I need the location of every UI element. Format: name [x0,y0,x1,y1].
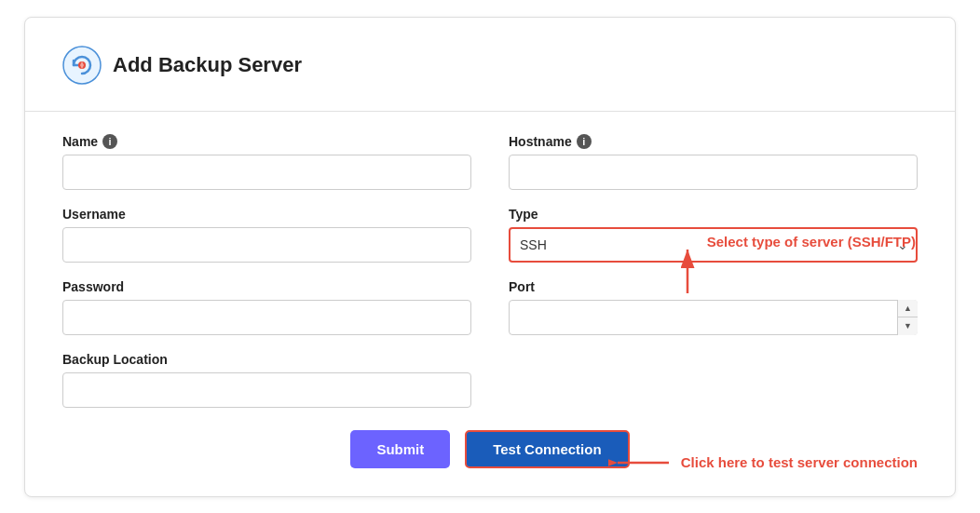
backup-server-icon [62,46,102,85]
name-field-group: Name i [62,134,471,190]
form-grid: Name i Hostname i Username Type [62,134,918,408]
password-label: Password [62,279,471,294]
connection-annotation-text: Click here to test server connection [681,454,918,470]
header-divider [25,111,955,112]
password-input[interactable] [62,300,471,335]
submit-button[interactable]: Submit [350,430,450,468]
add-backup-server-card: Add Backup Server Name i Hostname i User… [24,17,956,497]
username-field-group: Username [62,207,471,263]
name-label: Name i [62,134,471,149]
password-field-group: Password [62,279,471,335]
backup-location-label: Backup Location [62,352,471,367]
hostname-field-group: Hostname i [509,134,918,190]
hostname-label: Hostname i [509,134,918,149]
type-select-wrapper: SSH FTP ⌄ [509,227,918,263]
name-info-icon[interactable]: i [102,134,117,149]
username-input[interactable] [62,227,471,263]
page-title: Add Backup Server [113,53,302,77]
port-decrement-button[interactable]: ▼ [898,317,918,335]
port-input[interactable] [509,300,918,335]
username-label: Username [62,207,471,222]
backup-location-input[interactable] [62,372,471,408]
port-input-wrapper: ▲ ▼ [509,300,918,335]
type-label: Type [509,207,918,222]
hostname-input[interactable] [509,155,918,190]
port-increment-button[interactable]: ▲ [898,300,918,318]
card-header: Add Backup Server [62,46,918,85]
hostname-info-icon[interactable]: i [577,134,592,149]
type-select[interactable]: SSH FTP [509,227,918,263]
test-connection-button[interactable]: Test Connection [465,430,629,468]
form-footer: Submit Test Connection Click here to tes… [62,430,918,468]
port-label: Port [509,279,918,294]
name-input[interactable] [62,155,471,190]
port-field-group: Port ▲ ▼ [509,279,918,335]
type-field-group: Type SSH FTP ⌄ [509,207,918,263]
port-spinners: ▲ ▼ [897,300,918,335]
connection-annotation: Click here to test server connection [608,450,918,476]
backup-location-field-group: Backup Location [62,352,471,408]
